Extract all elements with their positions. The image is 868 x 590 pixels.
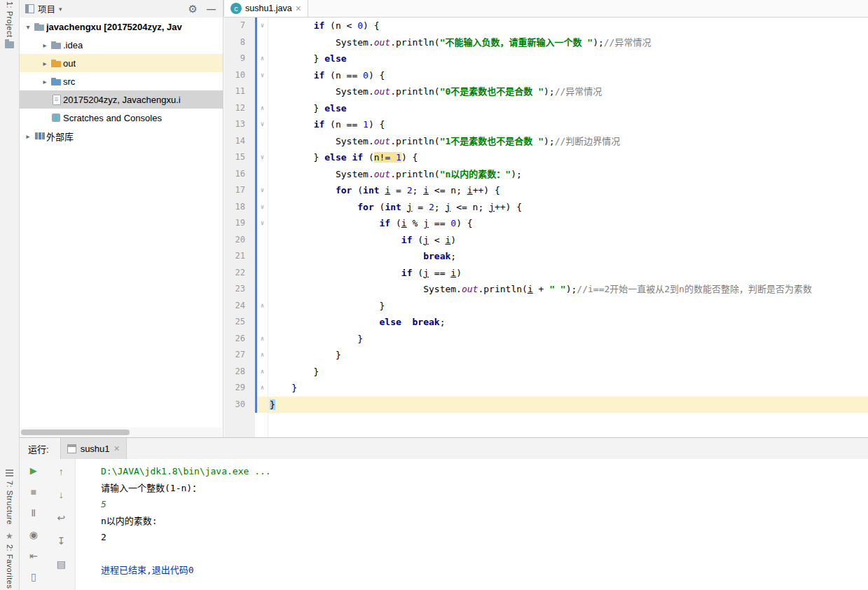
fold-start-icon[interactable]: ∨ <box>257 18 268 34</box>
project-tool-icon <box>5 41 14 48</box>
down-stack-trace-button[interactable]: ↓ <box>52 486 70 504</box>
fold-start-icon[interactable]: ∨ <box>257 199 268 216</box>
code-line[interactable]: 9∧ } else <box>224 50 868 67</box>
up-stack-trace-button[interactable]: ↑ <box>52 462 70 481</box>
rail-item-project[interactable]: 1: Project <box>5 1 14 48</box>
run-tab-sushu1[interactable]: sushu1 × <box>60 438 127 459</box>
run-panel: 运行: sushu1 × ▶■Ⅱ◉⇤▯ ↑↓↩↧▤ D:\JAVA\jdk1.8… <box>20 437 868 590</box>
fold-end-icon[interactable]: ∧ <box>257 298 268 315</box>
soft-wrap-button[interactable]: ↩ <box>52 509 70 527</box>
code-line[interactable]: 8 System.out.println("不能输入负数，请重新输入一个数 ")… <box>224 34 868 51</box>
line-number: 25 <box>224 314 255 331</box>
thread-dump-button[interactable]: ◉ <box>25 526 43 542</box>
file-icon <box>50 94 62 105</box>
close-icon[interactable]: × <box>114 444 120 453</box>
code-text: for (int j = 2; j <= n; j++) { <box>268 199 868 216</box>
expand-arrow-icon[interactable]: ▸ <box>39 41 50 49</box>
tree-item-label: src <box>63 76 75 87</box>
code-line[interactable]: 11 System.out.println("0不是素数也不是合数 ");//异… <box>224 83 868 100</box>
code-line[interactable]: 21 break; <box>224 248 868 265</box>
run-toolbar: ▶■Ⅱ◉⇤▯ ↑↓↩↧▤ <box>20 459 76 590</box>
code-text: } <box>268 364 868 380</box>
print-button[interactable]: ▤ <box>52 555 70 573</box>
expand-arrow-icon[interactable]: ▸ <box>39 78 50 85</box>
fold-start-icon[interactable]: ∨ <box>257 116 268 133</box>
fold-spacer <box>257 133 268 150</box>
fold-start-icon[interactable]: ∨ <box>257 149 268 166</box>
code-line[interactable]: 10∨ if (n == 0) { <box>224 67 868 84</box>
code-line[interactable]: 20 if (j < i) <box>224 232 868 249</box>
code-line[interactable]: 14 System.out.println("1不是素数也不是合数 ");//判… <box>224 133 868 150</box>
code-text: if (i % j == 0) { <box>268 215 868 232</box>
code-text: System.out.println("0不是素数也不是合数 ");//异常情况 <box>268 83 868 100</box>
tree-item-out[interactable]: ▸out <box>20 54 223 72</box>
stop-button[interactable]: ■ <box>25 483 43 500</box>
line-number: 26 <box>224 331 255 348</box>
code-line[interactable]: 22 if (j == i) <box>224 265 868 282</box>
project-panel-title[interactable]: 项目 <box>38 2 55 15</box>
code-text: System.out.println("1不是素数也不是合数 ");//判断边界… <box>268 133 868 150</box>
code-line[interactable]: 25 else break; <box>224 314 868 331</box>
fold-end-icon[interactable]: ∧ <box>257 380 268 397</box>
console-line <box>101 546 868 563</box>
fold-spacer <box>257 166 268 183</box>
scrollbar-thumb[interactable] <box>21 430 130 435</box>
code-line[interactable]: 19∨ if (i % j == 0) { <box>224 215 868 232</box>
tree-item-scratches[interactable]: Scratches and Consoles <box>20 109 223 127</box>
code-line[interactable]: 30} <box>224 397 868 413</box>
tree-item-src[interactable]: ▸src <box>20 72 223 90</box>
console-output[interactable]: D:\JAVA\jdk1.8\bin\java.exe ...请输入一个整数(1… <box>81 459 868 590</box>
line-number: 27 <box>224 347 255 364</box>
code-line[interactable]: 7∨ if (n < 0) { <box>224 18 868 34</box>
pause-output-button[interactable]: Ⅱ <box>25 505 43 521</box>
line-number: 13 <box>224 116 255 133</box>
tab-label: sushu1.java <box>245 4 292 13</box>
rail-item-structure[interactable]: 7: Structure <box>6 469 14 525</box>
fold-spacer <box>257 83 268 100</box>
tree-item-idea[interactable]: ▸.idea <box>20 36 223 54</box>
clear-all-button[interactable]: ▯ <box>25 569 43 585</box>
hide-panel-icon[interactable]: — <box>207 4 216 14</box>
tab-sushu1-java[interactable]: c sushu1.java × <box>223 0 308 17</box>
code-line[interactable]: 18∨ for (int j = 2; j <= n; j++) { <box>224 199 868 216</box>
code-line[interactable]: 15∨ } else if (n!= 1) { <box>224 149 868 166</box>
restore-layout-button[interactable]: ⇤ <box>25 547 43 563</box>
expand-arrow-icon[interactable]: ▸ <box>39 60 50 67</box>
collapse-arrow-icon[interactable]: ▾ <box>22 23 34 31</box>
line-number: 7 <box>224 18 255 34</box>
fold-spacer <box>257 314 268 331</box>
code-line[interactable]: 24∧ } <box>224 298 868 315</box>
code-line[interactable]: 23 System.out.println(i + " ");//i==2开始一… <box>224 281 868 298</box>
fold-start-icon[interactable]: ∨ <box>257 67 268 84</box>
fold-end-icon[interactable]: ∧ <box>257 100 268 117</box>
chevron-down-icon[interactable]: ▾ <box>59 6 62 13</box>
code-line[interactable]: 13∨ if (n == 1) { <box>224 116 868 133</box>
code-line[interactable]: 16 System.out.println("n以内的素数："); <box>224 166 868 183</box>
fold-start-icon[interactable]: ∨ <box>257 215 268 232</box>
gear-icon[interactable]: ⚙ <box>188 3 198 15</box>
expand-arrow-icon[interactable]: ▸ <box>22 132 34 140</box>
tree-item-root[interactable]: ▾javachengxu [20175204zyz, Jav <box>20 18 223 36</box>
fold-end-icon[interactable]: ∧ <box>257 347 268 364</box>
code-line[interactable]: 12∧ } else <box>224 100 868 117</box>
rail-item-favorites[interactable]: ★ 2: Favorites <box>6 532 14 589</box>
horizontal-scrollbar[interactable] <box>20 427 222 437</box>
code-line[interactable]: 28∧ } <box>224 364 868 380</box>
fold-end-icon[interactable]: ∧ <box>257 50 268 67</box>
console-line: 进程已结束,退出代码0 <box>101 562 868 579</box>
editor[interactable]: 7∨ if (n < 0) {8 System.out.println("不能输… <box>224 18 868 437</box>
code-line[interactable]: 27∧ } <box>224 347 868 364</box>
scroll-to-end-button[interactable]: ↧ <box>52 532 70 550</box>
code-line[interactable]: 17∨ for (int i = 2; i <= n; i++) { <box>224 182 868 199</box>
fold-start-icon[interactable]: ∨ <box>257 182 268 199</box>
code-line[interactable]: 29∧ } <box>224 380 868 397</box>
tree-item-external-libraries[interactable]: ▸外部库 <box>20 127 223 145</box>
rerun-button[interactable]: ▶ <box>25 462 43 479</box>
code-text: if (n < 0) { <box>268 18 868 34</box>
code-line[interactable]: 26∧ } <box>224 331 868 348</box>
close-icon[interactable]: × <box>296 4 301 13</box>
fold-end-icon[interactable]: ∧ <box>257 364 268 380</box>
code-text: for (int i = 2; i <= n; i++) { <box>268 182 868 199</box>
tree-item-iml-file[interactable]: 20175204zyz, Javachengxu.i <box>20 90 223 109</box>
fold-end-icon[interactable]: ∧ <box>257 331 268 348</box>
